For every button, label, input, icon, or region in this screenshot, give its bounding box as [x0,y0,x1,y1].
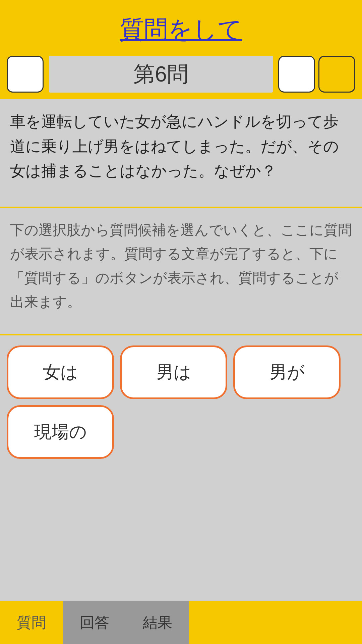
header: 質問をして [0,0,362,52]
choices-area: 女は男は男が現場の [0,334,362,600]
toolbar: 第6問 [0,52,362,99]
instruction-text: 下の選択肢から質問候補を選んでいくと、ここに質問が表示されます。質問する文章が完… [10,222,352,310]
tab-answer[interactable]: 回答 [63,601,126,644]
choices-grid: 女は男は男が現場の [7,345,355,459]
choice-button[interactable]: 現場の [7,405,114,459]
toolbar-right [278,56,355,93]
question-area: 車を運転していた女が急にハンドルを切って歩道に乗り上げ男をはねてしまった。だが、… [0,99,362,207]
choice-button[interactable]: 男が [233,345,341,399]
tab-question[interactable]: 質問 [0,601,63,644]
bottom-bar: 質問 回答 結果 [0,600,362,644]
page-title: 質問をして [120,16,242,43]
choice-button[interactable]: 男は [120,345,227,399]
question-number: 第6問 [49,56,273,93]
flag-button[interactable] [278,56,315,93]
tab-result[interactable]: 結果 [126,601,189,644]
choice-button[interactable]: 女は [7,345,114,399]
instruction-area: 下の選択肢から質問候補を選んでいくと、ここに質問が表示されます。質問する文章が完… [0,207,362,334]
hint-button[interactable] [318,56,355,93]
undo-button[interactable] [7,56,44,93]
question-text: 車を運転していた女が急にハンドルを切って歩道に乗り上げ男をはねてしまった。だが、… [10,113,339,179]
